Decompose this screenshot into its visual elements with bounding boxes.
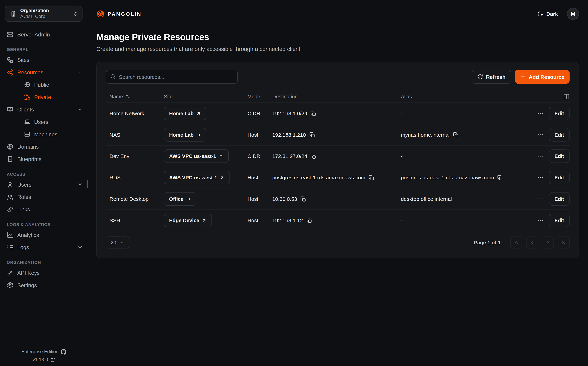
org-selector-value: ACME Corp. bbox=[20, 14, 49, 20]
plus-icon bbox=[520, 74, 526, 80]
cell-site: Home Lab bbox=[164, 128, 247, 142]
row-menu-button[interactable] bbox=[537, 110, 544, 117]
sidebar-item-label: Analytics bbox=[17, 232, 39, 238]
sidebar-item-label: Logs bbox=[17, 244, 29, 250]
chevrons-right-icon bbox=[561, 240, 566, 245]
copy-button[interactable] bbox=[311, 153, 316, 159]
edit-button[interactable]: Edit bbox=[549, 214, 570, 227]
sidebar-item-domains[interactable]: Domains bbox=[0, 140, 88, 153]
copy-button[interactable] bbox=[497, 175, 503, 180]
cell-site: Home Lab bbox=[164, 107, 247, 120]
theme-label: Dark bbox=[546, 11, 558, 17]
edit-button[interactable]: Edit bbox=[549, 150, 570, 163]
sidebar-item-analytics[interactable]: Analytics bbox=[0, 229, 88, 241]
sidebar-item-label: Settings bbox=[17, 282, 37, 288]
column-header-name[interactable]: Name bbox=[106, 94, 164, 99]
section-heading-organization: ORGANIZATION bbox=[0, 258, 88, 267]
sidebar-item-api-keys[interactable]: API Keys bbox=[0, 267, 88, 279]
sidebar-item-users[interactable]: Users bbox=[19, 116, 88, 128]
refresh-icon bbox=[477, 74, 483, 80]
ellipsis-icon bbox=[537, 153, 544, 160]
external-link-icon bbox=[50, 357, 55, 362]
copy-button[interactable] bbox=[453, 132, 459, 138]
row-menu-button[interactable] bbox=[537, 174, 544, 181]
add-resource-button[interactable]: Add Resource bbox=[515, 70, 570, 84]
next-page-button[interactable] bbox=[542, 236, 554, 249]
copy-icon bbox=[300, 196, 306, 202]
sidebar-item-label: Links bbox=[17, 206, 30, 212]
sidebar-item-users[interactable]: Users bbox=[0, 178, 88, 191]
first-page-button[interactable] bbox=[510, 236, 522, 249]
copy-button[interactable] bbox=[300, 196, 306, 202]
toggle-columns-button[interactable] bbox=[563, 93, 570, 100]
last-page-button[interactable] bbox=[558, 236, 570, 249]
cell-name: RDS bbox=[106, 175, 164, 181]
version-link[interactable]: v1.13.0 bbox=[0, 356, 88, 364]
cell-site: AWS VPC us-west-1 bbox=[164, 171, 247, 184]
site-link-button[interactable]: Edge Device bbox=[164, 214, 212, 227]
main-content: PANGOLIN Dark M Manage Private Resources… bbox=[88, 0, 588, 366]
sidebar-item-settings[interactable]: Settings bbox=[0, 279, 88, 291]
edit-button[interactable]: Edit bbox=[549, 107, 570, 120]
arrow-up-right-icon bbox=[196, 132, 201, 137]
brand-logo[interactable]: PANGOLIN bbox=[96, 10, 142, 18]
cell-alias: - bbox=[401, 110, 533, 116]
copy-icon bbox=[309, 132, 315, 138]
cell-destination: postgres.us-east-1.rds.amazonaws.com bbox=[272, 175, 401, 181]
site-link-button[interactable]: AWS VPC us-west-1 bbox=[164, 171, 230, 184]
sidebar-item-clients[interactable]: Clients bbox=[0, 103, 88, 116]
sidebar-item-links[interactable]: Links bbox=[0, 203, 88, 215]
site-link-button[interactable]: Office bbox=[164, 192, 196, 206]
sidebar-item-public[interactable]: Public bbox=[19, 78, 88, 91]
copy-button[interactable] bbox=[306, 218, 312, 223]
row-menu-button[interactable] bbox=[537, 217, 544, 224]
cell-name: NAS bbox=[106, 132, 164, 138]
refresh-button[interactable]: Refresh bbox=[472, 70, 511, 84]
sidebar-item-roles[interactable]: Roles bbox=[0, 191, 88, 203]
pangolin-logo-icon bbox=[96, 10, 105, 18]
row-menu-button[interactable] bbox=[537, 131, 544, 138]
edit-button[interactable]: Edit bbox=[549, 128, 570, 142]
copy-button[interactable] bbox=[309, 132, 315, 138]
row-menu-button[interactable] bbox=[537, 196, 544, 202]
org-selector[interactable]: Organization ACME Corp. bbox=[5, 6, 82, 22]
previous-page-button[interactable] bbox=[526, 236, 538, 249]
search-input[interactable] bbox=[106, 70, 238, 84]
users-icon bbox=[7, 194, 14, 200]
page-size-select[interactable]: 20 bbox=[106, 236, 130, 249]
sidebar-item-private[interactable]: Private bbox=[19, 91, 88, 103]
sidebar: Organization ACME Corp. Server AdminGENE… bbox=[0, 0, 88, 366]
sidebar-item-label: Domains bbox=[17, 144, 39, 150]
sidebar-item-blueprints[interactable]: Blueprints bbox=[0, 153, 88, 165]
copy-button[interactable] bbox=[369, 175, 375, 180]
cell-mode: Host bbox=[248, 175, 272, 181]
sidebar-scrollbar-thumb[interactable] bbox=[87, 180, 88, 188]
sidebar-item-machines[interactable]: Machines bbox=[19, 128, 88, 140]
cell-alias: - bbox=[401, 217, 533, 223]
cell-alias: mynas.home.internal bbox=[401, 132, 533, 138]
row-menu-button[interactable] bbox=[537, 153, 544, 160]
edition-link[interactable]: Enterprise Edition bbox=[0, 348, 88, 356]
sidebar-item-label: Resources bbox=[17, 69, 43, 75]
cell-alias: - bbox=[401, 153, 533, 159]
table-body: Home NetworkHome LabCIDR192.168.1.0/24-E… bbox=[106, 103, 570, 231]
avatar[interactable]: M bbox=[567, 8, 579, 20]
site-link-button[interactable]: AWS VPC us-east-1 bbox=[164, 150, 229, 163]
cell-actions: Edit bbox=[533, 214, 570, 227]
cell-destination: 10.30.0.53 bbox=[272, 196, 401, 202]
resources-card: Refresh Add Resource NameSiteModeDestina… bbox=[96, 62, 579, 258]
chevron-down-icon bbox=[77, 244, 83, 250]
sidebar-item-sites[interactable]: Sites bbox=[0, 54, 88, 66]
copy-button[interactable] bbox=[311, 111, 316, 116]
sidebar-item-logs[interactable]: Logs bbox=[0, 241, 88, 253]
column-header-destination: Destination bbox=[272, 94, 401, 99]
sidebar-item-server-admin[interactable]: Server Admin bbox=[0, 28, 88, 41]
edit-button[interactable]: Edit bbox=[549, 171, 570, 184]
theme-toggle-button[interactable]: Dark bbox=[535, 11, 560, 17]
sidebar-item-label: Server Admin bbox=[17, 31, 50, 37]
edit-button[interactable]: Edit bbox=[549, 192, 570, 206]
sidebar-item-resources[interactable]: Resources bbox=[0, 66, 88, 78]
site-link-button[interactable]: Home Lab bbox=[164, 128, 206, 142]
link-icon bbox=[7, 206, 14, 213]
site-link-button[interactable]: Home Lab bbox=[164, 107, 206, 120]
